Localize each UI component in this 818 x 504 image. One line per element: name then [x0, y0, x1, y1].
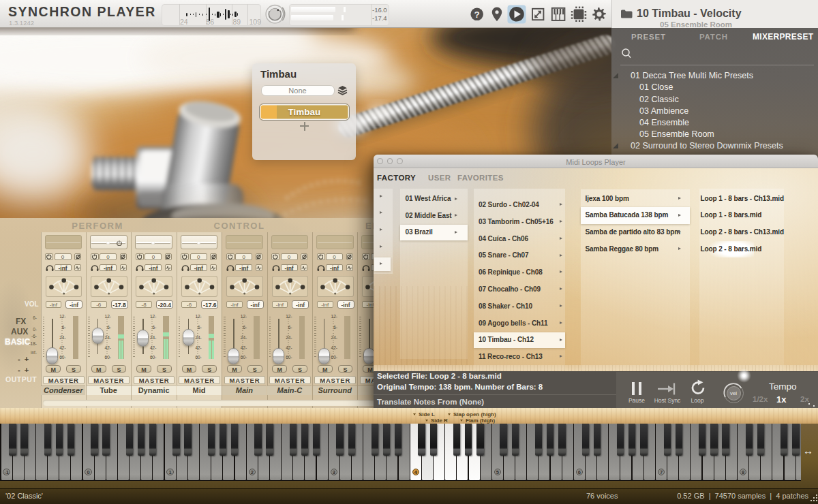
svg-text:?: ? — [474, 10, 480, 20]
